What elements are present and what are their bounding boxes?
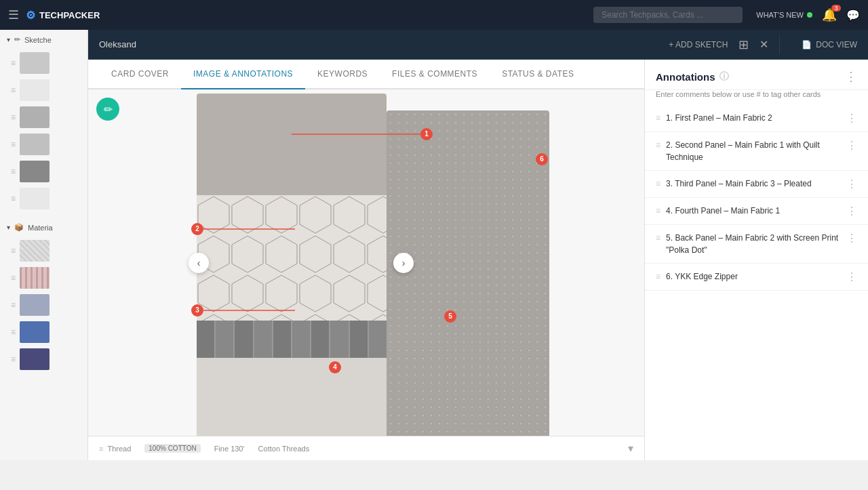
content-area: CARD COVER IMAGE & ANNOTATIONS KEYWORDS … [88, 60, 868, 460]
drag-icon: ≡ [11, 246, 16, 256]
annotation-more-icon[interactable]: ⋮ [846, 270, 857, 283]
material-thumb [20, 348, 50, 370]
drag-icon: ≡ [11, 354, 16, 364]
list-item[interactable]: ≡ [0, 158, 87, 185]
annotation-pin-5[interactable]: 5 [444, 310, 456, 323]
second-bar: Oleksand + ADD SKETCH ⊞ ✕ 📄 DOC VIEW [88, 30, 868, 60]
material-type: Cotton Threads [258, 445, 310, 453]
nav-next-button[interactable]: › [393, 253, 414, 273]
annotation-pin-6[interactable]: 6 [536, 153, 548, 165]
tab-status-dates[interactable]: STATUS & DATES [490, 60, 586, 89]
sketch-thumb [20, 106, 50, 128]
annotations-subtitle: Enter comments below or use # to tag oth… [645, 90, 868, 105]
left-sidebar: ▾ ✏ Sketche ≡ ≡ ≡ ≡ ≡ ≡ ▾ [0, 30, 88, 460]
add-sketch-button[interactable]: + ADD SKETCH [669, 40, 728, 49]
tab-image-annotations[interactable]: IMAGE & ANNOTATIONS [181, 60, 305, 89]
hamburger-icon[interactable]: ☰ [8, 7, 19, 22]
list-item[interactable]: ≡ [0, 319, 87, 346]
notifications-button[interactable]: 🔔 3 [822, 7, 837, 22]
box-icon: 📦 [14, 223, 24, 232]
material-thumb [20, 321, 50, 343]
close-button[interactable]: ✕ [760, 38, 768, 51]
annotation-item-4[interactable]: ≡ 4. Fourth Panel – Main Fabric 1 ⋮ [645, 198, 868, 225]
annotations-panel: Annotations ⓘ ⋮ Enter comments below or … [644, 60, 868, 460]
list-item[interactable]: ≡ [0, 49, 87, 77]
annotation-pin-3[interactable]: 3 [191, 304, 203, 317]
whats-new-button[interactable]: WHAT'S NEW [756, 11, 812, 19]
annotation-text: 4. Fourth Panel – Main Fabric 1 [666, 205, 841, 217]
sketch-thumb [20, 188, 50, 209]
annotation-pin-1[interactable]: 1 [420, 128, 433, 140]
logo-icon: ⚙ [26, 9, 35, 22]
annotation-more-icon[interactable]: ⋮ [846, 178, 857, 190]
tab-card-cover[interactable]: CARD COVER [99, 60, 181, 89]
drag-icon: ≡ [656, 139, 660, 150]
drag-icon: ≡ [656, 205, 660, 216]
fabric-panel-bottom [197, 358, 387, 436]
fabric-panel-quilt [197, 195, 387, 321]
annotation-text: 6. YKK Edge Zipper [666, 270, 841, 283]
nav-prev-area: ‹ [189, 253, 209, 273]
annotation-item-3[interactable]: ≡ 3. Third Panel – Main Fabric 3 – Pleat… [645, 171, 868, 198]
fabric-panel-top [197, 94, 387, 195]
doc-view-button[interactable]: 📄 DOC VIEW [791, 40, 868, 49]
whats-new-label: WHAT'S NEW [756, 11, 804, 19]
drag-icon: ≡ [656, 178, 660, 188]
drag-icon: ≡ [11, 327, 16, 337]
info-icon[interactable]: ⓘ [719, 70, 729, 83]
annotation-text: 3. Third Panel – Main Fabric 3 – Pleated [666, 178, 841, 190]
material-thumb [20, 267, 50, 289]
annotation-pin-2[interactable]: 2 [191, 223, 203, 235]
sketch-thumb [20, 161, 50, 182]
sketch-icon: ✏ [14, 35, 20, 44]
quilt-svg [197, 195, 387, 321]
annotation-text: 2. Second Panel – Main Fabric 1 with Qui… [666, 139, 841, 163]
annotation-more-icon[interactable]: ⋮ [846, 112, 857, 125]
edit-button[interactable]: ✏ [96, 98, 119, 121]
drag-icon: ≡ [11, 85, 16, 95]
annotation-more-icon[interactable]: ⋮ [846, 205, 857, 218]
sidebar-section-sketch[interactable]: ▾ ✏ Sketche [0, 30, 87, 49]
list-item[interactable]: ≡ [0, 291, 87, 319]
list-item[interactable]: ≡ [0, 185, 87, 212]
tab-keywords[interactable]: KEYWORDS [305, 60, 380, 89]
more-options-icon[interactable]: ⋮ [845, 69, 857, 84]
annotation-pin-4[interactable]: 4 [329, 361, 341, 373]
drag-icon: ≡ [11, 58, 16, 68]
list-item[interactable]: ≡ [0, 104, 87, 131]
annotation-more-icon[interactable]: ⋮ [846, 139, 857, 152]
list-item[interactable]: ≡ [0, 346, 87, 373]
list-item[interactable]: ≡ [0, 77, 87, 104]
drag-icon: ≡ [656, 112, 660, 123]
material-detail: Fine 130' [214, 445, 245, 453]
drag-icon: ≡ [11, 194, 16, 203]
tabs-bar: CARD COVER IMAGE & ANNOTATIONS KEYWORDS … [88, 60, 644, 89]
list-item: Fine 130' [214, 445, 245, 453]
annotation-more-icon[interactable]: ⋮ [846, 232, 857, 245]
search-input[interactable] [593, 7, 743, 23]
dropdown-icon[interactable]: ▾ [628, 442, 633, 455]
messages-button[interactable]: 💬 [846, 9, 860, 22]
nav-prev-button[interactable]: ‹ [189, 253, 209, 273]
material-thumb [20, 240, 50, 262]
sidebar-section-material[interactable]: ▾ 📦 Materia [0, 218, 87, 237]
drag-icon: ≡ [99, 445, 103, 453]
grid-icon[interactable]: ⊞ [738, 37, 749, 52]
doc-icon: 📄 [802, 40, 812, 49]
annotation-text: 5. Back Panel – Main Fabric 2 with Scree… [666, 232, 841, 256]
material-label: Materia [28, 224, 53, 232]
app-logo: ⚙ TECHPACKER [26, 9, 100, 22]
main-layout: ▾ ✏ Sketche ≡ ≡ ≡ ≡ ≡ ≡ ▾ [0, 30, 868, 460]
tab-files-comments[interactable]: FILES & COMMENTS [380, 60, 490, 89]
annotation-item-5[interactable]: ≡ 5. Back Panel – Main Fabric 2 with Scr… [645, 225, 868, 264]
annotation-item-6[interactable]: ≡ 6. YKK Edge Zipper ⋮ [645, 264, 868, 291]
list-item[interactable]: ≡ [0, 264, 87, 291]
list-item: 100% COTTON [144, 444, 200, 453]
list-item[interactable]: ≡ [0, 131, 87, 158]
sketch-thumb [20, 52, 50, 74]
annotation-item-2[interactable]: ≡ 2. Second Panel – Main Fabric 1 with Q… [645, 132, 868, 171]
list-item[interactable]: ≡ [0, 237, 87, 264]
annotation-item-1[interactable]: ≡ 1. First Panel – Main Fabric 2 ⋮ [645, 105, 868, 132]
chevron-down-icon: ▾ [7, 36, 10, 43]
bottom-strip: ≡ Thread 100% COTTON Fine 130' Cotton Th… [88, 436, 644, 460]
